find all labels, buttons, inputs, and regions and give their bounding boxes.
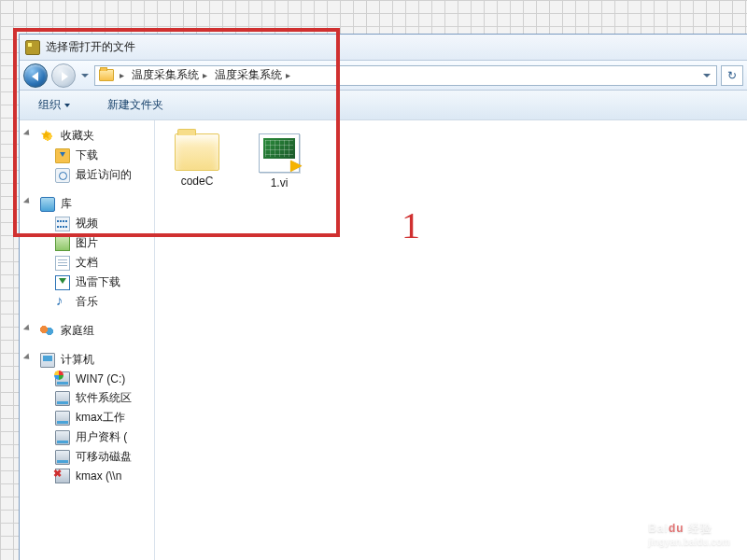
sidebar-item-xunlei[interactable]: 迅雷下载 bbox=[20, 273, 154, 292]
drive-icon bbox=[55, 411, 70, 426]
sidebar-item-pictures[interactable]: 图片 bbox=[20, 233, 154, 253]
breadcrumb-seg1[interactable]: 温度采集系统▸ bbox=[130, 67, 209, 83]
sidebar-item-drive-removable[interactable]: 可移动磁盘 bbox=[20, 447, 154, 467]
breadcrumb-seg2[interactable]: 温度采集系统▸ bbox=[213, 67, 292, 83]
watermark-text: 经验 bbox=[688, 522, 712, 535]
sidebar-item-label: 迅雷下载 bbox=[76, 274, 120, 290]
drive-icon bbox=[55, 391, 70, 406]
watermark: Baidu 经验 jingyan.baidu.com bbox=[648, 521, 730, 547]
vi-file-icon bbox=[259, 133, 300, 173]
forward-button[interactable] bbox=[51, 63, 76, 88]
sidebar-item-drive-kmax[interactable]: kmax工作 bbox=[20, 408, 154, 427]
file-list-pane[interactable]: codeC 1.vi bbox=[155, 120, 747, 560]
sidebar-item-drive-network[interactable]: kmax (\\n bbox=[20, 467, 154, 485]
sidebar-item-label: 软件系统区 bbox=[76, 390, 132, 406]
sidebar-item-label: kmax工作 bbox=[76, 410, 125, 426]
group-header-libraries[interactable]: 库 bbox=[20, 194, 154, 214]
breadcrumb-label: 温度采集系统 bbox=[215, 67, 282, 83]
drive-icon bbox=[55, 371, 70, 386]
homegroup-icon bbox=[40, 324, 55, 339]
file-label: 1.vi bbox=[271, 176, 289, 189]
window-title: 选择需打开的文件 bbox=[46, 39, 135, 55]
file-open-dialog: 选择需打开的文件 ▸ 温度采集系统▸ 温度采集系统▸ ↻ 组织 新建文件夹 收藏… bbox=[19, 34, 747, 560]
sidebar-item-label: 可移动磁盘 bbox=[76, 449, 132, 465]
sidebar-item-label: WIN7 (C:) bbox=[76, 372, 125, 385]
address-bar[interactable]: ▸ 温度采集系统▸ 温度采集系统▸ bbox=[94, 65, 717, 86]
sidebar-item-recent[interactable]: 最近访问的 bbox=[20, 165, 154, 185]
history-dropdown[interactable] bbox=[79, 64, 91, 87]
expand-icon bbox=[23, 129, 32, 137]
toolbar-label: 组织 bbox=[38, 97, 61, 113]
drive-icon bbox=[55, 450, 70, 465]
titlebar: 选择需打开的文件 bbox=[20, 35, 747, 61]
sidebar-item-drive-soft[interactable]: 软件系统区 bbox=[20, 388, 154, 408]
group-label: 库 bbox=[61, 196, 72, 212]
address-dropdown[interactable] bbox=[701, 64, 712, 87]
folder-icon bbox=[99, 69, 114, 81]
chevron-right-icon: ▸ bbox=[286, 70, 290, 80]
group-header-computer[interactable]: 计算机 bbox=[20, 350, 154, 370]
sidebar-item-video[interactable]: 视频 bbox=[20, 214, 154, 233]
computer-icon bbox=[40, 353, 55, 368]
group-label: 计算机 bbox=[61, 352, 94, 368]
file-label: codeC bbox=[181, 175, 214, 188]
drive-icon bbox=[55, 430, 70, 445]
folder-icon bbox=[175, 133, 219, 171]
file-item-folder[interactable]: codeC bbox=[164, 133, 230, 188]
breadcrumb-sep[interactable]: ▸ bbox=[118, 70, 126, 80]
new-folder-button[interactable]: 新建文件夹 bbox=[100, 93, 171, 117]
group-homegroup: 家庭组 bbox=[20, 321, 154, 341]
sidebar-item-drive-user[interactable]: 用户资料 ( bbox=[20, 427, 154, 447]
video-icon bbox=[55, 217, 70, 231]
app-icon bbox=[25, 40, 40, 55]
group-label: 收藏夹 bbox=[61, 128, 94, 144]
library-icon bbox=[40, 197, 55, 212]
sidebar-item-label: kmax (\\n bbox=[76, 469, 121, 483]
watermark-text: Bai bbox=[648, 522, 669, 535]
watermark-sub: jingyan.baidu.com bbox=[648, 537, 730, 547]
refresh-icon: ↻ bbox=[727, 69, 737, 82]
chevron-down-icon bbox=[703, 74, 711, 77]
document-icon bbox=[55, 256, 70, 271]
expand-icon bbox=[23, 197, 32, 205]
chevron-right-icon: ▸ bbox=[120, 70, 124, 80]
xunlei-icon bbox=[55, 275, 70, 290]
group-libraries: 库 视频 图片 文档 迅雷下载 音乐 bbox=[20, 194, 154, 312]
download-icon bbox=[55, 148, 70, 163]
chevron-right-icon: ▸ bbox=[203, 70, 207, 80]
navigation-bar: ▸ 温度采集系统▸ 温度采集系统▸ ↻ bbox=[20, 61, 747, 91]
sidebar-item-label: 视频 bbox=[76, 216, 98, 231]
expand-icon bbox=[23, 353, 32, 361]
organize-button[interactable]: 组织 bbox=[31, 93, 78, 117]
group-header-homegroup[interactable]: 家庭组 bbox=[20, 321, 154, 341]
group-favorites: 收藏夹 下载 最近访问的 bbox=[20, 126, 154, 185]
sidebar-item-downloads[interactable]: 下载 bbox=[20, 146, 154, 165]
chevron-down-icon bbox=[64, 104, 70, 107]
sidebar-item-label: 音乐 bbox=[76, 294, 98, 310]
nav-sidebar: 收藏夹 下载 最近访问的 库 视频 图片 文档 迅雷下载 音乐 bbox=[20, 120, 155, 560]
dialog-body: 收藏夹 下载 最近访问的 库 视频 图片 文档 迅雷下载 音乐 bbox=[20, 120, 747, 560]
group-label: 家庭组 bbox=[61, 323, 94, 339]
star-icon bbox=[40, 129, 55, 144]
sidebar-item-drive-c[interactable]: WIN7 (C:) bbox=[20, 370, 154, 388]
refresh-button[interactable]: ↻ bbox=[722, 66, 742, 85]
refresh-group: ↻ bbox=[721, 65, 743, 86]
sidebar-item-label: 文档 bbox=[76, 255, 98, 271]
file-item-vi[interactable]: 1.vi bbox=[247, 133, 312, 189]
annotation-number: 1 bbox=[402, 203, 420, 247]
sidebar-item-label: 用户资料 ( bbox=[76, 429, 127, 445]
chevron-down-icon bbox=[81, 74, 89, 77]
expand-icon bbox=[23, 324, 32, 332]
group-computer: 计算机 WIN7 (C:) 软件系统区 kmax工作 用户资料 ( 可移动磁盘 … bbox=[20, 350, 154, 485]
sidebar-item-documents[interactable]: 文档 bbox=[20, 253, 154, 273]
back-button[interactable] bbox=[23, 63, 48, 88]
sidebar-item-label: 下载 bbox=[76, 147, 98, 163]
watermark-paw-icon bbox=[682, 485, 719, 513]
sidebar-item-music[interactable]: 音乐 bbox=[20, 292, 154, 312]
group-header-favorites[interactable]: 收藏夹 bbox=[20, 126, 154, 146]
breadcrumb-label: 温度采集系统 bbox=[132, 67, 199, 83]
picture-icon bbox=[55, 236, 70, 251]
sidebar-item-label: 最近访问的 bbox=[76, 167, 132, 183]
network-drive-icon bbox=[55, 469, 70, 483]
toolbar: 组织 新建文件夹 bbox=[20, 91, 747, 120]
